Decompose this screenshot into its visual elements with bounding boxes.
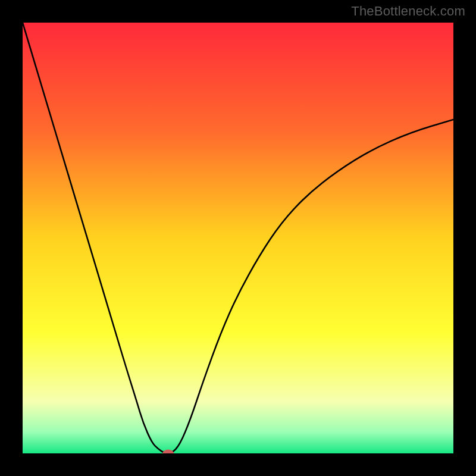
- plot-area: [23, 23, 453, 453]
- optimal-marker: [23, 23, 453, 453]
- attribution-text: TheBottleneck.com: [351, 4, 465, 19]
- chart-frame: TheBottleneck.com: [0, 0, 476, 476]
- svg-point-1: [162, 449, 174, 453]
